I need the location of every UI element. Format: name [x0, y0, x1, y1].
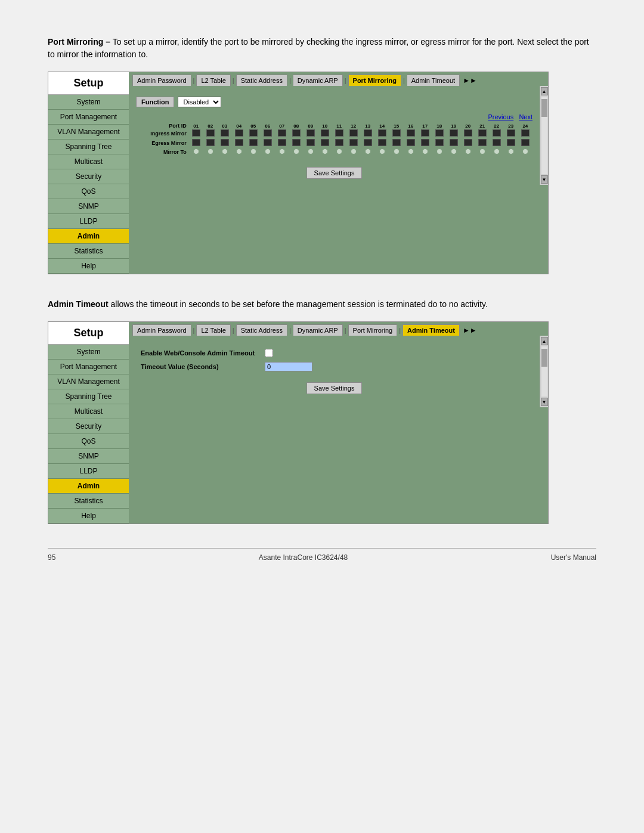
- mirrorto-cell-24[interactable]: [522, 148, 528, 154]
- mirrorto-cell-21[interactable]: [479, 148, 485, 154]
- function-select[interactable]: Disabled Enabled: [178, 97, 221, 107]
- mirrorto-cell-2[interactable]: [208, 148, 213, 154]
- egress-cell-3[interactable]: [221, 139, 229, 146]
- tab2-static-address[interactable]: Static Address: [236, 324, 287, 336]
- scroll-up-btn[interactable]: ▲: [541, 87, 548, 95]
- sidebar2-item-help[interactable]: Help: [48, 509, 129, 524]
- egress-cell-2[interactable]: [206, 139, 215, 146]
- mirrorto-cell-7[interactable]: [279, 148, 285, 154]
- scroll-thumb[interactable]: [541, 99, 547, 117]
- mirrorto-cell-6[interactable]: [265, 148, 271, 154]
- ingress-cell-12[interactable]: [349, 129, 358, 137]
- egress-cell-6[interactable]: [264, 139, 272, 146]
- egress-cell-20[interactable]: [464, 139, 472, 146]
- sidebar-item-vlan-management[interactable]: VLAN Management: [48, 125, 129, 140]
- egress-cell-12[interactable]: [349, 139, 358, 146]
- sidebar-item-qos[interactable]: QoS: [48, 184, 129, 199]
- sidebar2-item-vlan-management[interactable]: VLAN Management: [48, 374, 129, 389]
- mirrorto-cell-17[interactable]: [422, 148, 428, 154]
- sidebar-item-snmp[interactable]: SNMP: [48, 199, 129, 214]
- egress-cell-22[interactable]: [493, 139, 501, 146]
- mirrorto-cell-3[interactable]: [222, 148, 228, 154]
- ingress-cell-8[interactable]: [292, 129, 301, 137]
- mirrorto-cell-13[interactable]: [365, 148, 371, 154]
- ingress-cell-14[interactable]: [378, 129, 386, 137]
- ingress-cell-13[interactable]: [364, 129, 372, 137]
- sidebar-item-multicast[interactable]: Multicast: [48, 154, 129, 169]
- tab-dynamic-arp[interactable]: Dynamic ARP: [293, 75, 343, 86]
- egress-cell-15[interactable]: [392, 139, 401, 146]
- scroll2-up-btn[interactable]: ▲: [541, 337, 548, 345]
- egress-cell-24[interactable]: [521, 139, 530, 146]
- ingress-cell-15[interactable]: [392, 129, 401, 137]
- tab2-admin-timeout[interactable]: Admin Timeout: [402, 324, 460, 336]
- tab2-l2-table[interactable]: L2 Table: [196, 324, 230, 336]
- sidebar2-item-admin[interactable]: Admin: [48, 479, 129, 494]
- mirrorto-cell-12[interactable]: [351, 148, 357, 154]
- sidebar-item-spanning-tree[interactable]: Spanning Tree: [48, 140, 129, 154]
- mirrorto-cell-5[interactable]: [250, 148, 256, 154]
- tab-more-icon[interactable]: ►►: [460, 75, 479, 86]
- tab-admin-timeout[interactable]: Admin Timeout: [407, 75, 460, 86]
- egress-cell-19[interactable]: [450, 139, 458, 146]
- sidebar2-item-statistics[interactable]: Statistics: [48, 494, 129, 509]
- mirrorto-cell-9[interactable]: [308, 148, 314, 154]
- ingress-cell-11[interactable]: [335, 129, 343, 137]
- ingress-cell-21[interactable]: [478, 129, 487, 137]
- ingress-cell-1[interactable]: [192, 129, 200, 137]
- mirrorto-cell-8[interactable]: [293, 148, 299, 154]
- ingress-cell-20[interactable]: [464, 129, 472, 137]
- tab-admin-password[interactable]: Admin Password: [132, 75, 191, 86]
- enable-timeout-checkbox[interactable]: [265, 349, 273, 357]
- ingress-cell-16[interactable]: [407, 129, 415, 137]
- ingress-cell-2[interactable]: [206, 129, 215, 137]
- mirrorto-cell-22[interactable]: [494, 148, 500, 154]
- prev-link[interactable]: Previous: [488, 113, 513, 120]
- tab2-admin-password[interactable]: Admin Password: [132, 324, 191, 336]
- next-link[interactable]: Next: [519, 113, 532, 120]
- egress-cell-23[interactable]: [507, 139, 515, 146]
- egress-cell-13[interactable]: [364, 139, 372, 146]
- ingress-cell-6[interactable]: [264, 129, 272, 137]
- mirrorto-cell-10[interactable]: [322, 148, 328, 154]
- sidebar2-item-lldp[interactable]: LLDP: [48, 464, 129, 479]
- ingress-cell-5[interactable]: [249, 129, 258, 137]
- sidebar-item-statistics[interactable]: Statistics: [48, 244, 129, 259]
- ingress-cell-22[interactable]: [493, 129, 501, 137]
- egress-cell-7[interactable]: [278, 139, 286, 146]
- egress-cell-10[interactable]: [321, 139, 329, 146]
- tab2-port-mirroring[interactable]: Port Mirroring: [348, 324, 398, 336]
- sidebar2-item-multicast[interactable]: Multicast: [48, 404, 129, 419]
- sidebar2-item-system[interactable]: System: [48, 345, 129, 360]
- scroll-down-btn[interactable]: ▼: [541, 175, 548, 184]
- scroll2-thumb[interactable]: [541, 349, 547, 367]
- ingress-cell-18[interactable]: [435, 129, 444, 137]
- egress-cell-21[interactable]: [478, 139, 487, 146]
- tab2-dynamic-arp[interactable]: Dynamic ARP: [293, 324, 343, 336]
- mirrorto-cell-4[interactable]: [236, 148, 242, 154]
- egress-cell-14[interactable]: [378, 139, 386, 146]
- tab-static-address[interactable]: Static Address: [236, 75, 287, 86]
- sidebar-item-system[interactable]: System: [48, 95, 129, 110]
- egress-cell-5[interactable]: [249, 139, 258, 146]
- sidebar2-item-qos[interactable]: QoS: [48, 434, 129, 449]
- mirrorto-cell-1[interactable]: [193, 148, 199, 154]
- ingress-cell-23[interactable]: [507, 129, 515, 137]
- ingress-cell-9[interactable]: [306, 129, 315, 137]
- scroll2-down-btn[interactable]: ▼: [541, 398, 548, 406]
- ingress-cell-10[interactable]: [321, 129, 329, 137]
- ingress-cell-7[interactable]: [278, 129, 286, 137]
- tab2-more-icon[interactable]: ►►: [460, 325, 479, 336]
- mirrorto-cell-16[interactable]: [408, 148, 414, 154]
- ingress-cell-19[interactable]: [450, 129, 458, 137]
- mirrorto-cell-15[interactable]: [394, 148, 400, 154]
- tab-l2-table[interactable]: L2 Table: [196, 75, 230, 86]
- sidebar2-item-spanning-tree[interactable]: Spanning Tree: [48, 389, 129, 404]
- ingress-cell-17[interactable]: [421, 129, 429, 137]
- egress-cell-11[interactable]: [335, 139, 343, 146]
- sidebar-item-lldp[interactable]: LLDP: [48, 214, 129, 229]
- sidebar2-item-security[interactable]: Security: [48, 419, 129, 434]
- tab-port-mirroring[interactable]: Port Mirroring: [348, 75, 401, 86]
- ingress-cell-4[interactable]: [235, 129, 243, 137]
- mirrorto-cell-14[interactable]: [379, 148, 385, 154]
